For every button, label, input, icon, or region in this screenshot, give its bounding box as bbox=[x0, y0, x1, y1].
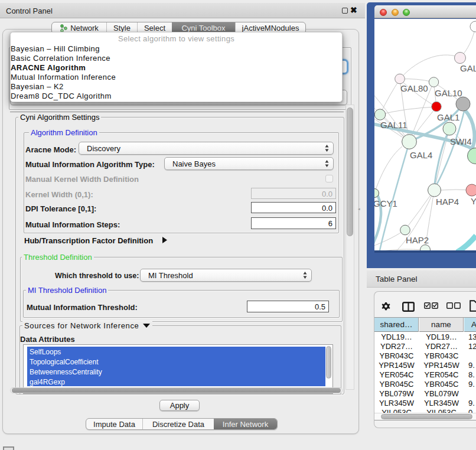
svg-text:GAL7: GAL7 bbox=[460, 63, 476, 73]
svg-text:GAL1: GAL1 bbox=[437, 112, 459, 122]
svg-text:SWI4: SWI4 bbox=[450, 136, 472, 146]
svg-text:GAL10: GAL10 bbox=[435, 88, 462, 98]
svg-text:GAL80: GAL80 bbox=[400, 83, 428, 93]
svg-text:Y: Y bbox=[471, 196, 476, 206]
svg-text:GCY1: GCY1 bbox=[374, 198, 397, 208]
svg-text:HAP2: HAP2 bbox=[406, 235, 429, 245]
svg-text:GAL11: GAL11 bbox=[380, 120, 407, 130]
svg-text:GAL4: GAL4 bbox=[410, 150, 432, 160]
svg-text:HAP4: HAP4 bbox=[436, 197, 459, 207]
